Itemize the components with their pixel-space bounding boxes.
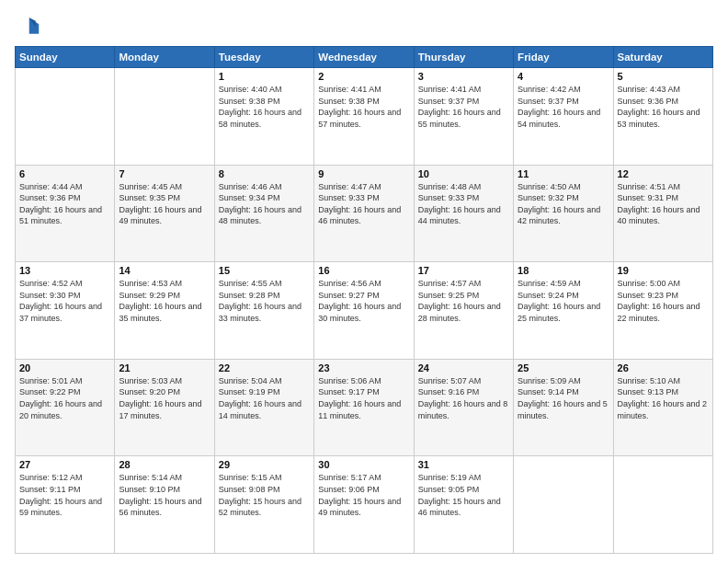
column-header-wednesday: Wednesday — [314, 47, 414, 68]
day-detail: Sunrise: 5:09 AMSunset: 9:14 PMDaylight:… — [518, 375, 609, 421]
day-detail: Sunrise: 4:57 AMSunset: 9:25 PMDaylight:… — [418, 278, 509, 324]
day-number: 3 — [418, 71, 509, 82]
day-number: 13 — [19, 265, 110, 276]
week-row-2: 6Sunrise: 4:44 AMSunset: 9:36 PMDaylight… — [16, 165, 713, 262]
calendar-cell: 26Sunrise: 5:10 AMSunset: 9:13 PMDayligh… — [613, 359, 712, 456]
day-number: 22 — [219, 362, 310, 373]
day-number: 21 — [119, 362, 210, 373]
day-number: 6 — [19, 168, 110, 179]
calendar-cell: 1Sunrise: 4:40 AMSunset: 9:38 PMDaylight… — [214, 68, 313, 166]
day-detail: Sunrise: 5:10 AMSunset: 9:13 PMDaylight:… — [618, 375, 709, 421]
calendar-cell: 15Sunrise: 4:55 AMSunset: 9:28 PMDayligh… — [214, 262, 313, 360]
column-header-saturday: Saturday — [613, 47, 712, 68]
calendar-cell: 2Sunrise: 4:41 AMSunset: 9:38 PMDaylight… — [314, 68, 414, 166]
calendar-cell: 13Sunrise: 4:52 AMSunset: 9:30 PMDayligh… — [16, 262, 115, 360]
day-number: 16 — [318, 265, 409, 276]
calendar-cell: 21Sunrise: 5:03 AMSunset: 9:20 PMDayligh… — [115, 359, 214, 456]
day-number: 25 — [518, 362, 609, 373]
day-number: 18 — [518, 265, 609, 276]
day-number: 26 — [618, 362, 709, 373]
day-number: 9 — [318, 168, 409, 179]
day-detail: Sunrise: 5:12 AMSunset: 9:11 PMDaylight:… — [19, 472, 110, 518]
calendar-cell: 17Sunrise: 4:57 AMSunset: 9:25 PMDayligh… — [414, 262, 513, 360]
calendar-cell — [115, 68, 214, 166]
calendar-cell: 14Sunrise: 4:53 AMSunset: 9:29 PMDayligh… — [115, 262, 214, 360]
calendar: SundayMondayTuesdayWednesdayThursdayFrid… — [15, 46, 713, 554]
week-row-3: 13Sunrise: 4:52 AMSunset: 9:30 PMDayligh… — [16, 262, 713, 360]
calendar-cell: 31Sunrise: 5:19 AMSunset: 9:05 PMDayligh… — [414, 456, 513, 554]
calendar-cell: 27Sunrise: 5:12 AMSunset: 9:11 PMDayligh… — [16, 456, 115, 554]
calendar-cell — [16, 68, 115, 166]
column-header-monday: Monday — [115, 47, 214, 68]
day-detail: Sunrise: 4:53 AMSunset: 9:29 PMDaylight:… — [119, 278, 210, 324]
day-number: 10 — [418, 168, 509, 179]
day-detail: Sunrise: 4:46 AMSunset: 9:34 PMDaylight:… — [219, 181, 310, 227]
day-number: 8 — [219, 168, 310, 179]
calendar-cell: 24Sunrise: 5:07 AMSunset: 9:16 PMDayligh… — [414, 359, 513, 456]
week-row-4: 20Sunrise: 5:01 AMSunset: 9:22 PMDayligh… — [16, 359, 713, 456]
column-header-sunday: Sunday — [16, 47, 115, 68]
calendar-header-row: SundayMondayTuesdayWednesdayThursdayFrid… — [16, 47, 713, 68]
day-detail: Sunrise: 4:52 AMSunset: 9:30 PMDaylight:… — [19, 278, 110, 324]
calendar-cell: 29Sunrise: 5:15 AMSunset: 9:08 PMDayligh… — [214, 456, 313, 554]
day-number: 29 — [219, 459, 310, 470]
day-number: 30 — [318, 459, 409, 470]
column-header-tuesday: Tuesday — [214, 47, 313, 68]
calendar-cell: 16Sunrise: 4:56 AMSunset: 9:27 PMDayligh… — [314, 262, 414, 360]
calendar-cell: 23Sunrise: 5:06 AMSunset: 9:17 PMDayligh… — [314, 359, 414, 456]
day-detail: Sunrise: 5:19 AMSunset: 9:05 PMDaylight:… — [418, 472, 509, 518]
day-number: 5 — [618, 71, 709, 82]
calendar-cell: 4Sunrise: 4:42 AMSunset: 9:37 PMDaylight… — [514, 68, 613, 166]
calendar-cell: 19Sunrise: 5:00 AMSunset: 9:23 PMDayligh… — [613, 262, 712, 360]
logo-icon — [15, 13, 40, 39]
day-detail: Sunrise: 4:42 AMSunset: 9:37 PMDaylight:… — [518, 84, 609, 130]
day-number: 2 — [318, 71, 409, 82]
day-detail: Sunrise: 4:51 AMSunset: 9:31 PMDaylight:… — [618, 181, 709, 227]
calendar-cell: 8Sunrise: 4:46 AMSunset: 9:34 PMDaylight… — [214, 165, 313, 262]
calendar-cell: 11Sunrise: 4:50 AMSunset: 9:32 PMDayligh… — [514, 165, 613, 262]
day-detail: Sunrise: 4:59 AMSunset: 9:24 PMDaylight:… — [518, 278, 609, 324]
day-number: 15 — [219, 265, 310, 276]
day-detail: Sunrise: 4:56 AMSunset: 9:27 PMDaylight:… — [318, 278, 409, 324]
calendar-cell: 5Sunrise: 4:43 AMSunset: 9:36 PMDaylight… — [613, 68, 712, 166]
day-detail: Sunrise: 5:15 AMSunset: 9:08 PMDaylight:… — [219, 472, 310, 518]
day-number: 17 — [418, 265, 509, 276]
day-detail: Sunrise: 5:06 AMSunset: 9:17 PMDaylight:… — [318, 375, 409, 421]
day-number: 19 — [618, 265, 709, 276]
calendar-cell: 20Sunrise: 5:01 AMSunset: 9:22 PMDayligh… — [16, 359, 115, 456]
header — [15, 13, 713, 39]
day-detail: Sunrise: 5:17 AMSunset: 9:06 PMDaylight:… — [318, 472, 409, 518]
day-detail: Sunrise: 4:40 AMSunset: 9:38 PMDaylight:… — [219, 84, 310, 130]
day-detail: Sunrise: 4:48 AMSunset: 9:33 PMDaylight:… — [418, 181, 509, 227]
calendar-cell: 9Sunrise: 4:47 AMSunset: 9:33 PMDaylight… — [314, 165, 414, 262]
day-detail: Sunrise: 5:07 AMSunset: 9:16 PMDaylight:… — [418, 375, 509, 421]
day-number: 11 — [518, 168, 609, 179]
calendar-cell: 25Sunrise: 5:09 AMSunset: 9:14 PMDayligh… — [514, 359, 613, 456]
week-row-5: 27Sunrise: 5:12 AMSunset: 9:11 PMDayligh… — [16, 456, 713, 554]
day-detail: Sunrise: 4:41 AMSunset: 9:37 PMDaylight:… — [418, 84, 509, 130]
day-detail: Sunrise: 5:04 AMSunset: 9:19 PMDaylight:… — [219, 375, 310, 421]
day-number: 23 — [318, 362, 409, 373]
calendar-cell: 3Sunrise: 4:41 AMSunset: 9:37 PMDaylight… — [414, 68, 513, 166]
day-detail: Sunrise: 4:45 AMSunset: 9:35 PMDaylight:… — [119, 181, 210, 227]
day-detail: Sunrise: 4:44 AMSunset: 9:36 PMDaylight:… — [19, 181, 110, 227]
calendar-cell: 28Sunrise: 5:14 AMSunset: 9:10 PMDayligh… — [115, 456, 214, 554]
calendar-cell: 10Sunrise: 4:48 AMSunset: 9:33 PMDayligh… — [414, 165, 513, 262]
logo — [15, 13, 44, 39]
day-detail: Sunrise: 4:47 AMSunset: 9:33 PMDaylight:… — [318, 181, 409, 227]
day-detail: Sunrise: 5:14 AMSunset: 9:10 PMDaylight:… — [119, 472, 210, 518]
day-detail: Sunrise: 4:43 AMSunset: 9:36 PMDaylight:… — [618, 84, 709, 130]
week-row-1: 1Sunrise: 4:40 AMSunset: 9:38 PMDaylight… — [16, 68, 713, 166]
day-number: 20 — [19, 362, 110, 373]
day-detail: Sunrise: 5:03 AMSunset: 9:20 PMDaylight:… — [119, 375, 210, 421]
day-number: 31 — [418, 459, 509, 470]
calendar-cell: 12Sunrise: 4:51 AMSunset: 9:31 PMDayligh… — [613, 165, 712, 262]
day-detail: Sunrise: 5:01 AMSunset: 9:22 PMDaylight:… — [19, 375, 110, 421]
day-number: 24 — [418, 362, 509, 373]
page: SundayMondayTuesdayWednesdayThursdayFrid… — [0, 0, 728, 563]
day-detail: Sunrise: 5:00 AMSunset: 9:23 PMDaylight:… — [618, 278, 709, 324]
day-number: 28 — [119, 459, 210, 470]
day-number: 1 — [219, 71, 310, 82]
day-number: 27 — [19, 459, 110, 470]
calendar-cell: 30Sunrise: 5:17 AMSunset: 9:06 PMDayligh… — [314, 456, 414, 554]
